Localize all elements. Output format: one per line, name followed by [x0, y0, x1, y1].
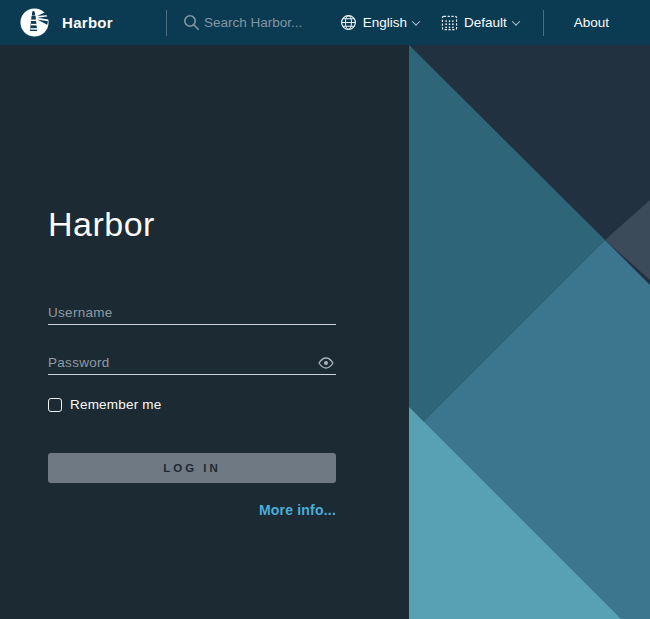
language-dropdown[interactable]: English — [340, 14, 419, 31]
remember-me-row: Remember me — [48, 397, 161, 412]
log-in-button[interactable]: LOG IN — [48, 453, 336, 483]
brand-title: Harbor — [62, 14, 113, 31]
triangle-art — [409, 45, 650, 619]
harbor-login-page: Harbor English — [0, 0, 650, 619]
password-field — [48, 347, 336, 375]
username-field — [48, 297, 336, 325]
search-box — [183, 14, 334, 31]
theme-dropdown[interactable]: Default — [441, 14, 519, 31]
remember-me-checkbox[interactable] — [48, 398, 62, 412]
search-input[interactable] — [204, 15, 334, 30]
more-info-row: More info... — [48, 501, 336, 519]
more-info-link[interactable]: More info... — [259, 502, 336, 518]
background-art — [409, 45, 650, 619]
password-input[interactable] — [48, 355, 304, 370]
navbar-divider — [543, 10, 544, 36]
globe-icon — [340, 14, 357, 31]
login-section: Harbor Remember me LOG IN More — [0, 45, 409, 619]
main-content: Harbor Remember me LOG IN More — [0, 45, 650, 619]
username-input[interactable] — [48, 305, 336, 320]
navbar-actions: English Default About — [340, 10, 650, 36]
page-title: Harbor — [48, 205, 155, 244]
eye-icon[interactable] — [318, 357, 334, 369]
theme-label: Default — [464, 15, 507, 30]
language-label: English — [363, 15, 407, 30]
chevron-down-icon — [412, 17, 420, 25]
navbar-divider — [166, 10, 167, 36]
brand-home-link[interactable]: Harbor — [0, 7, 166, 38]
search-icon — [183, 14, 200, 31]
about-link[interactable]: About — [574, 15, 609, 30]
harbor-lighthouse-icon — [19, 7, 50, 38]
theme-grid-icon — [441, 14, 458, 31]
chevron-down-icon — [511, 17, 519, 25]
top-navbar: Harbor English — [0, 0, 650, 45]
remember-me-label: Remember me — [70, 397, 161, 412]
